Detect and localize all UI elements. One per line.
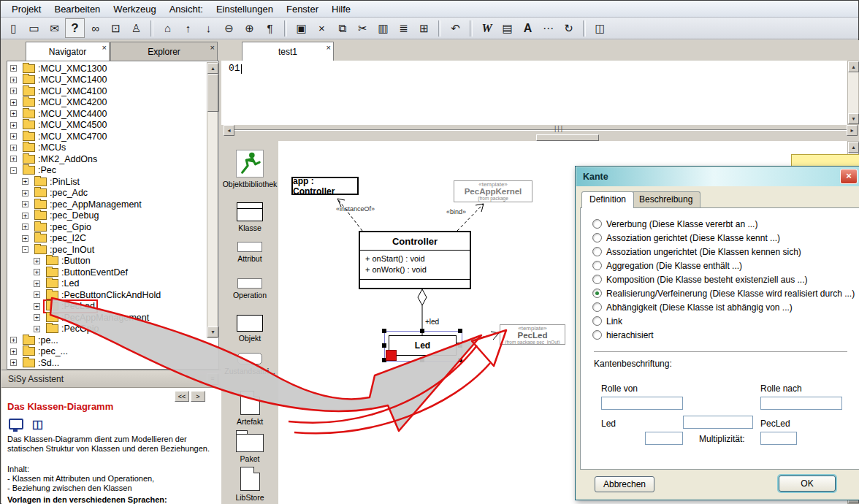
tree-item-pecappmanagement[interactable]: +:PecAppManagement bbox=[7, 312, 218, 324]
lib-item-operation[interactable]: Operation bbox=[221, 278, 278, 299]
book-icon[interactable]: ◫ bbox=[590, 18, 610, 38]
navigate-down-icon[interactable]: ↓ bbox=[199, 18, 218, 38]
tree-expander-icon[interactable]: + bbox=[10, 77, 17, 83]
close-icon[interactable]: × bbox=[102, 44, 107, 51]
delete-icon[interactable]: × bbox=[312, 18, 332, 38]
tree-expander-icon[interactable]: + bbox=[34, 280, 40, 287]
uml-object-app-controller[interactable]: app : Controller bbox=[291, 177, 359, 195]
book-icon[interactable]: ◫ bbox=[32, 417, 43, 431]
assistant-back-button[interactable]: << bbox=[175, 391, 189, 402]
menu-item-ansicht[interactable]: Ansicht: bbox=[163, 1, 210, 17]
edge-name-input[interactable] bbox=[683, 416, 753, 429]
menu-item-projekt[interactable]: Projekt bbox=[5, 1, 47, 17]
selection-handle[interactable] bbox=[458, 343, 462, 348]
tab-navigator[interactable]: Navigator × bbox=[26, 42, 110, 61]
scroll-right-icon[interactable]: ▸ bbox=[847, 125, 858, 136]
tab-test1[interactable]: test1 × bbox=[242, 42, 334, 61]
uml-template-pecled[interactable]: «template» PecLed (from package pec_InOu… bbox=[500, 324, 565, 345]
tree-expander-icon[interactable]: - bbox=[10, 167, 17, 174]
menu-item-fenster[interactable]: Fenster bbox=[280, 1, 325, 17]
table-icon[interactable]: ⊞ bbox=[414, 18, 434, 38]
dots-icon[interactable]: ⋯ bbox=[538, 18, 558, 38]
tab-beschreibung[interactable]: Beschreibung bbox=[631, 191, 700, 207]
menu-item-einstellungen[interactable]: Einstellungen bbox=[210, 1, 280, 17]
tree-item-pinlist[interactable]: +:PinList bbox=[7, 176, 218, 188]
lib-item-zustandsattri[interactable]: Zustandsattri... bbox=[221, 353, 278, 375]
radio-button-icon[interactable] bbox=[592, 261, 602, 270]
scroll-left-icon[interactable]: ◂ bbox=[224, 125, 234, 136]
print-icon[interactable]: ▤ bbox=[497, 18, 517, 38]
tree-scrollbar[interactable]: ▴ ▾ bbox=[207, 62, 218, 338]
tree-item-pec-appmanagement[interactable]: +:pec_AppManagement bbox=[7, 199, 218, 210]
tree-expander-icon[interactable]: + bbox=[10, 122, 17, 129]
scroll-down-icon[interactable]: ▾ bbox=[848, 113, 859, 124]
uml-template-pecappkernel[interactable]: «template» PecAppKernel (from package Pe… bbox=[454, 180, 532, 202]
lib-item-objekt[interactable]: Objekt bbox=[221, 315, 278, 343]
tree-expander-icon[interactable]: + bbox=[10, 133, 17, 140]
uml-class-led[interactable]: Led bbox=[389, 335, 457, 356]
ok-button[interactable]: OK bbox=[779, 476, 836, 492]
abbrechen-button[interactable]: Abbrechen bbox=[595, 476, 654, 492]
scroll-down-icon[interactable]: ▾ bbox=[207, 327, 218, 337]
radio-option-abh-ngigkeit[interactable]: Abhängigkeit (Diese Klasse ist abhängig … bbox=[592, 300, 853, 314]
tree-expander-icon[interactable]: + bbox=[34, 269, 40, 275]
list-icon[interactable]: ≣ bbox=[394, 18, 413, 38]
selection-handle[interactable] bbox=[458, 329, 462, 333]
hscroll-thumb[interactable] bbox=[536, 134, 599, 141]
panel-menu-icon[interactable]: ≡ bbox=[207, 373, 218, 385]
scroll-up-icon[interactable]: ▴ bbox=[207, 63, 218, 74]
tab-definition[interactable]: Definition bbox=[581, 191, 634, 208]
selection-handle[interactable] bbox=[420, 329, 424, 333]
tree-expander-icon[interactable]: + bbox=[10, 145, 17, 151]
radio-button-icon[interactable] bbox=[592, 219, 602, 229]
page-preview-icon[interactable]: ¶ bbox=[260, 18, 280, 38]
scroll-thumb[interactable] bbox=[207, 74, 218, 112]
tree-item-pec-gpio[interactable]: +:pec_Gpio bbox=[7, 221, 218, 233]
assistant-forward-button[interactable]: > bbox=[191, 391, 205, 402]
home-icon[interactable]: ⌂ bbox=[158, 18, 177, 38]
radio-button-icon[interactable] bbox=[592, 289, 602, 298]
tree-expander-icon[interactable]: + bbox=[34, 291, 40, 298]
radio-button-icon[interactable] bbox=[592, 302, 602, 312]
radio-button-icon[interactable] bbox=[592, 275, 602, 284]
rolle-von-input[interactable] bbox=[601, 397, 683, 410]
selection-handle[interactable] bbox=[458, 358, 462, 362]
tree-expander-icon[interactable]: + bbox=[22, 224, 28, 230]
radio-option-realisierung-verfeinerung[interactable]: Realisierung/Verfeinerung (Diese Klasse … bbox=[592, 286, 853, 300]
uml-class-controller[interactable]: Controller + onStart() : void + onWork()… bbox=[359, 231, 471, 289]
lib-item-objektbibliothek[interactable]: Objektbibliothek bbox=[221, 150, 278, 188]
paste-icon[interactable]: ▥ bbox=[373, 18, 393, 38]
font-icon[interactable]: A bbox=[518, 18, 538, 38]
dialog-close-icon[interactable]: × bbox=[840, 169, 858, 184]
editor-scrollbar[interactable]: ▴ ▾ bbox=[847, 61, 859, 125]
tree-expander-icon[interactable]: + bbox=[34, 314, 40, 321]
selection-handle[interactable] bbox=[382, 329, 386, 333]
tree-expander-icon[interactable]: + bbox=[34, 326, 40, 332]
lib-item-attribut[interactable]: Attribut bbox=[221, 242, 278, 263]
scroll-up-icon[interactable]: ▴ bbox=[848, 61, 859, 72]
dialog-titlebar[interactable]: Kante bbox=[576, 167, 859, 186]
tree-expander-icon[interactable]: + bbox=[10, 110, 17, 117]
selection-handle[interactable] bbox=[420, 358, 424, 362]
close-icon[interactable]: × bbox=[327, 44, 331, 51]
radio-option-assoziation[interactable]: Assoziation ungerichtet (Die Klassen ken… bbox=[592, 245, 853, 259]
refresh-icon[interactable]: ↻ bbox=[559, 18, 579, 38]
menu-item-hilfe[interactable]: Hilfe bbox=[325, 1, 357, 17]
tree-item-pec-debug[interactable]: +:pec_Debug bbox=[7, 210, 218, 222]
monitor-icon[interactable] bbox=[9, 419, 23, 429]
pane-splitter[interactable]: ◂ ▸ ||| bbox=[221, 125, 859, 141]
undo-icon[interactable]: ↶ bbox=[446, 18, 465, 38]
scroll-up-icon[interactable]: ▴ bbox=[848, 142, 859, 153]
find-binoculars-icon[interactable]: ∞ bbox=[85, 18, 105, 38]
help-icon[interactable]: ? bbox=[65, 18, 85, 38]
lib-item-libstore[interactable]: LibStore bbox=[221, 467, 278, 502]
lib-item-paket[interactable]: Paket bbox=[221, 429, 278, 463]
tree-expander-icon[interactable]: + bbox=[10, 156, 17, 162]
navigate-up-icon[interactable]: ↑ bbox=[178, 18, 198, 38]
radio-option-komposition[interactable]: Komposition (Die Klasse besteht existenz… bbox=[592, 272, 853, 286]
menu-item-bearbeiten[interactable]: Bearbeiten bbox=[47, 1, 107, 17]
tree-expander-icon[interactable]: + bbox=[22, 235, 28, 242]
radio-option-hierachisiert[interactable]: hierachisiert bbox=[592, 328, 853, 342]
new-form-icon[interactable]: ▣ bbox=[291, 18, 311, 38]
tree-expander-icon[interactable]: + bbox=[34, 303, 40, 310]
